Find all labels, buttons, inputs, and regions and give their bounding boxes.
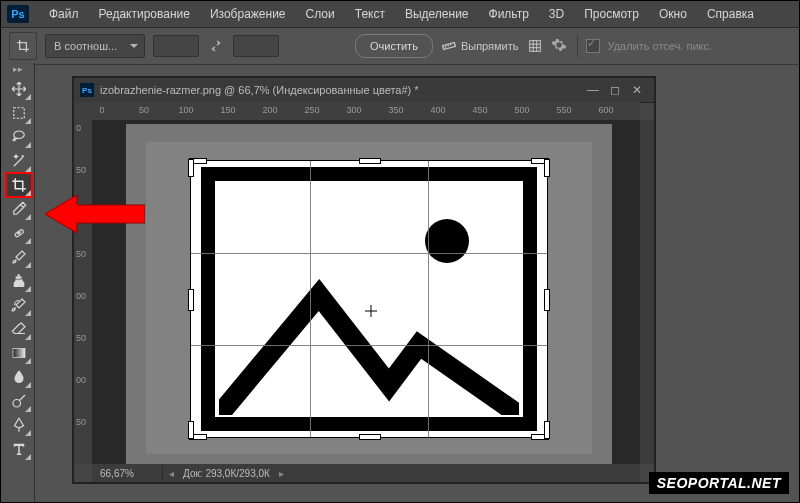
crop-handle-r[interactable] [544, 289, 550, 311]
crop-region[interactable] [190, 160, 548, 438]
document-tab[interactable]: Ps izobrazhenie-razmer.png @ 66,7% (Инде… [74, 78, 654, 103]
toolbox [5, 77, 33, 461]
crop-height-field[interactable] [233, 35, 279, 57]
swap-dims-button[interactable] [207, 37, 225, 55]
cursor-icon [365, 305, 377, 317]
clear-button[interactable]: Очистить [355, 34, 433, 58]
crop-handle-br[interactable] [544, 421, 550, 439]
expand-panels-button[interactable]: ▸▸ [1, 63, 34, 75]
tool-clone[interactable] [6, 269, 32, 293]
menu-view[interactable]: Просмотр [574, 7, 649, 21]
crop-handle-t[interactable] [359, 158, 381, 164]
ps-file-icon: Ps [80, 83, 94, 97]
menu-edit[interactable]: Редактирование [89, 7, 200, 21]
tool-brush[interactable] [6, 245, 32, 269]
checkbox-icon [586, 39, 600, 53]
watermark: SEOPORTAL.NET [649, 472, 789, 494]
document-window: Ps izobrazhenie-razmer.png @ 66,7% (Инде… [73, 77, 655, 483]
grid-icon [527, 38, 543, 54]
svg-point-5 [13, 400, 21, 408]
clear-label: Очистить [370, 40, 418, 52]
ruler-vertical[interactable]: 0 50 00 50 00 50 00 50 [74, 120, 93, 464]
crop-grid-line [310, 161, 311, 437]
menu-layers[interactable]: Слои [296, 7, 345, 21]
document-title: izobrazhenie-razmer.png @ 66,7% (Индекси… [100, 84, 419, 96]
tool-move[interactable] [6, 77, 32, 101]
straighten-button[interactable]: Выпрямить [441, 38, 519, 54]
tool-eyedropper[interactable] [6, 197, 32, 221]
status-next[interactable]: ▸ [276, 468, 288, 479]
crop-settings-button[interactable] [551, 37, 569, 55]
ruler-horizontal[interactable]: 0 50 100 150 200 250 300 350 400 450 500… [92, 102, 640, 121]
vertical-scrollbar[interactable] [640, 120, 654, 464]
tool-marquee[interactable] [6, 101, 32, 125]
tool-blur[interactable] [6, 365, 32, 389]
status-bar: 66,67% ◂ Док: 293,0К/293,0К ▸ [92, 464, 640, 482]
status-prev[interactable]: ◂ [165, 468, 177, 479]
separator [577, 35, 578, 57]
tool-dodge[interactable] [6, 389, 32, 413]
menu-help[interactable]: Справка [697, 7, 764, 21]
window-minimize[interactable]: — [582, 83, 604, 97]
svg-rect-1 [529, 41, 540, 52]
image-placeholder-sun [425, 219, 469, 263]
menu-3d[interactable]: 3D [539, 7, 574, 21]
window-close[interactable]: ✕ [626, 83, 648, 97]
crop-handle-l[interactable] [188, 289, 194, 311]
menu-window[interactable]: Окно [649, 7, 697, 21]
menu-file[interactable]: Файл [39, 7, 89, 21]
tool-crop[interactable] [6, 173, 32, 197]
svg-rect-2 [14, 108, 25, 119]
crop-ratio-label: В соотнош... [54, 40, 117, 52]
ruler-icon [441, 38, 457, 54]
app-logo: Ps [7, 5, 29, 23]
delete-cropped-checkbox[interactable]: Удалить отсеч. пикс. [586, 39, 713, 53]
crop-grid-line [191, 345, 547, 346]
crop-grid-line [428, 161, 429, 437]
canvas-viewport[interactable] [92, 120, 640, 464]
tool-gradient[interactable] [6, 341, 32, 365]
menu-select[interactable]: Выделение [395, 7, 479, 21]
tool-healing[interactable] [6, 221, 32, 245]
overlay-grid-button[interactable] [527, 38, 543, 54]
zoom-readout[interactable]: 66,67% [92, 468, 160, 479]
ruler-origin[interactable] [74, 102, 93, 121]
tool-pen[interactable] [6, 413, 32, 437]
active-tool-icon[interactable] [9, 32, 37, 60]
delete-cropped-label: Удалить отсеч. пикс. [608, 40, 713, 52]
crop-handle-tr[interactable] [544, 159, 550, 177]
tool-type[interactable] [6, 437, 32, 461]
tool-lasso[interactable] [6, 125, 32, 149]
svg-rect-4 [13, 349, 25, 358]
menu-text[interactable]: Текст [345, 7, 395, 21]
tool-magic-wand[interactable] [6, 149, 32, 173]
crop-width-field[interactable] [153, 35, 199, 57]
menu-image[interactable]: Изображение [200, 7, 296, 21]
menu-bar: Ps Файл Редактирование Изображение Слои … [1, 1, 799, 28]
crop-grid-line [191, 253, 547, 254]
gear-icon [551, 37, 567, 53]
crop-handle-b[interactable] [359, 434, 381, 440]
menu-filter[interactable]: Фильтр [479, 7, 539, 21]
straighten-label: Выпрямить [461, 40, 519, 52]
crop-handle-bl[interactable] [188, 421, 194, 439]
doc-size-readout[interactable]: Док: 293,0К/293,0К [177, 468, 276, 479]
options-bar: В соотнош... Очистить Выпрямить Удалить … [1, 28, 799, 65]
crop-handle-tl[interactable] [188, 159, 194, 177]
tool-eraser[interactable] [6, 317, 32, 341]
tool-history-brush[interactable] [6, 293, 32, 317]
crop-ratio-dropdown[interactable]: В соотнош... [45, 34, 145, 58]
window-maximize[interactable]: ◻ [604, 83, 626, 97]
